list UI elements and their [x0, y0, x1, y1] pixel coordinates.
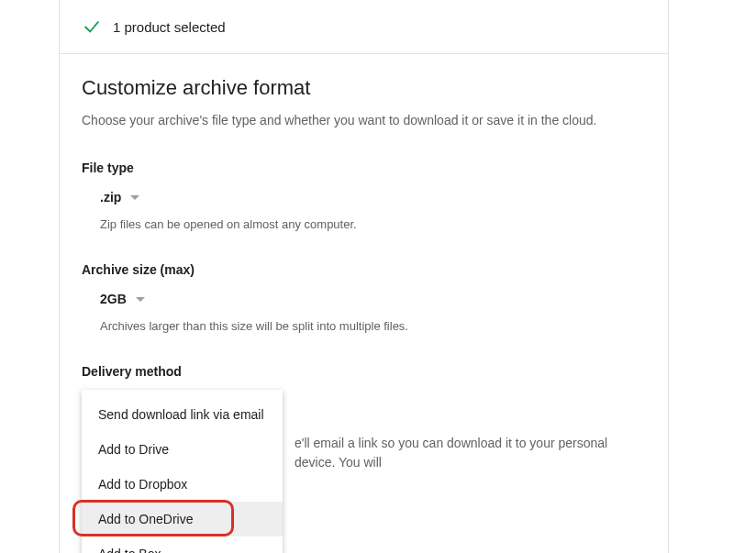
menu-item-email[interactable]: Send download link via email	[82, 397, 283, 432]
page-subtext: Choose your archive's file type and whet…	[82, 113, 646, 127]
menu-item-dropbox[interactable]: Add to Dropbox	[82, 467, 283, 502]
filetype-helper: Zip files can be opened on almost any co…	[82, 217, 646, 231]
archivesize-helper: Archives larger than this size will be s…	[82, 319, 646, 333]
chevron-down-icon	[136, 297, 145, 302]
archivesize-dropdown[interactable]: 2GB	[82, 288, 145, 310]
archivesize-label: Archive size (max)	[82, 262, 646, 277]
card: 1 product selected Customize archive for…	[59, 0, 669, 553]
filetype-label: File type	[82, 160, 646, 175]
menu-item-drive[interactable]: Add to Drive	[82, 432, 283, 467]
menu-item-onedrive[interactable]: Add to OneDrive	[82, 502, 283, 536]
checkmark-icon	[82, 17, 102, 37]
delivery-menu: Send download link via email Add to Driv…	[82, 390, 283, 553]
delivery-block: e'll email a link so you can download it…	[82, 390, 646, 472]
chevron-down-icon	[130, 195, 139, 200]
filetype-dropdown[interactable]: .zip	[82, 186, 139, 208]
archivesize-value: 2GB	[100, 292, 127, 306]
delivery-label: Delivery method	[82, 364, 646, 379]
filetype-value: .zip	[100, 190, 121, 205]
selection-text: 1 product selected	[113, 19, 226, 35]
page-heading: Customize archive format	[82, 76, 646, 100]
content: Customize archive format Choose your arc…	[60, 54, 668, 472]
menu-item-box[interactable]: Add to Box	[82, 536, 283, 553]
selection-row: 1 product selected	[60, 0, 668, 54]
